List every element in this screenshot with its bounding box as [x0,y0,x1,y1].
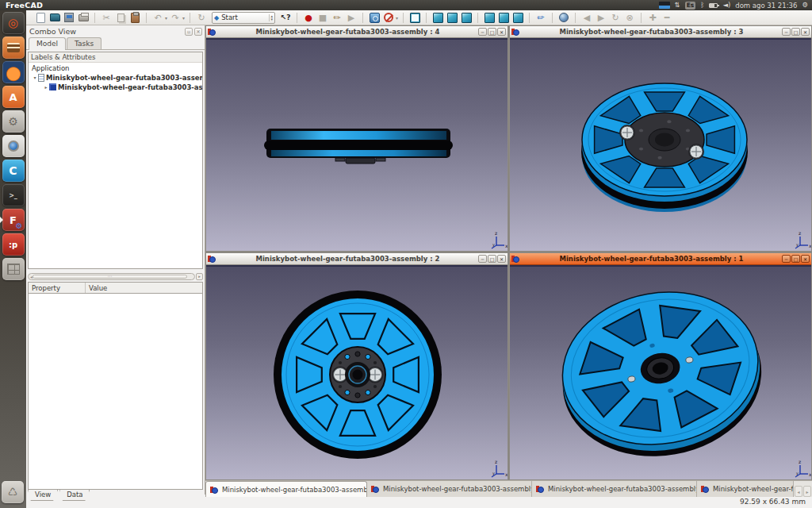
viewport-1-titlebar[interactable]: Miniskybot-wheel-gear-futaba3003-assembl… [510,253,811,265]
panel-float-button[interactable]: ▫ [185,28,193,36]
system-monitor-icon[interactable] [659,2,670,9]
launcher-trash[interactable]: ♺ [2,481,24,503]
tab-scroll-right-button[interactable]: ▸ [803,486,811,497]
viewport-1-active[interactable]: Miniskybot-wheel-gear-futaba3003-assembl… [509,252,812,480]
tree-item-label[interactable]: Miniskybot-wheel-gear-futaba3003-assembl… [58,83,202,91]
viewport-4-titlebar[interactable]: Miniskybot-wheel-gear-futaba3003-assembl… [206,26,508,38]
nav-forward-button[interactable]: ▶ [595,11,607,24]
volume-icon[interactable]: ◄) [722,2,730,9]
maximize-button[interactable]: □ [488,28,496,36]
left-view-button[interactable] [511,11,524,24]
print-button[interactable] [77,11,90,24]
close-button[interactable]: ✕ [801,28,810,36]
maximize-button[interactable]: □ [791,28,800,36]
session-gear-icon[interactable]: ⚙ [802,2,808,9]
macro-edit-button[interactable]: ✏ [331,11,343,24]
launcher-terminal[interactable]: >_ [2,184,25,206]
launcher-system-settings[interactable]: ⚙ [2,110,25,133]
tab-data[interactable]: Data [59,490,90,501]
redo-button[interactable]: ↷ [169,11,182,24]
3d-view-rear-isometric[interactable]: zxy [510,265,811,479]
launcher-media-app[interactable]: :p [2,233,25,256]
tree-horizontal-scrollbar[interactable]: ◂ ⋯ ▸ [28,272,203,280]
column-property[interactable]: Property [29,283,86,293]
cut-button[interactable]: ✂ [100,11,113,24]
document-tab-1[interactable]: Miniskybot-wheel-gear-futaba3003-assembl… [205,481,367,497]
tab-model[interactable]: Model [29,37,66,50]
launcher-dash-home[interactable]: ◎ [2,12,25,34]
tree-item-assembly[interactable]: ▾ Miniskybot-wheel-gear-futaba3003-assem… [29,73,202,82]
save-button[interactable] [63,11,75,24]
viewport-3-titlebar[interactable]: Miniskybot-wheel-gear-futaba3003-assembl… [510,26,811,38]
launcher-file-manager[interactable] [2,37,25,59]
3d-view-side[interactable]: zxy [206,38,508,251]
nav-stop-button[interactable]: ⊗ [623,11,636,24]
draw-style-button[interactable] [382,11,395,24]
tree-item-label[interactable]: Miniskybot-wheel-gear-futaba3003-assembl… [46,74,202,82]
viewport-2-titlebar[interactable]: Miniskybot-wheel-gear-futaba3003-assembl… [206,253,508,265]
whats-this-button[interactable]: ↖? [279,11,292,24]
nav-back-button[interactable]: ◀ [580,11,593,24]
launcher-firefox[interactable] [2,61,25,83]
minimize-button[interactable]: ─ [478,255,487,263]
launcher-c-app[interactable]: C [2,160,25,182]
macro-stop-button[interactable]: ■ [316,11,329,24]
maximize-button[interactable]: □ [488,255,496,263]
right-view-button[interactable] [460,11,473,24]
rear-view-button[interactable] [483,11,496,24]
front-view-button[interactable] [431,11,444,24]
column-value[interactable]: Value [86,283,202,293]
branch-expander-icon[interactable]: ▾ [32,75,38,80]
minimize-button[interactable]: ─ [782,255,791,263]
close-button[interactable]: ✕ [801,255,810,263]
undo-dropdown[interactable]: ▾ [165,15,167,21]
axonometric-view-button[interactable] [408,11,421,24]
close-button[interactable]: ✕ [497,255,506,263]
redo-dropdown[interactable]: ▾ [182,15,185,21]
viewport-2[interactable]: Miniskybot-wheel-gear-futaba3003-assembl… [205,252,508,480]
bluetooth-icon[interactable]: ᛒ [700,2,704,9]
tab-view[interactable]: View [28,490,58,501]
minimize-button[interactable]: ─ [478,28,487,36]
refresh-button[interactable]: ↻ [195,11,208,24]
workbench-spinner[interactable]: ▴▾ [269,14,274,21]
document-tab-4[interactable]: Miniskybot-wheel-gear-futaba300 [697,481,794,497]
3d-view-front[interactable]: zxy [206,265,508,479]
tree-root-application[interactable]: Application [29,64,202,72]
clock[interactable]: dom ago 31 21:36 [735,2,797,10]
macro-play-button[interactable]: ▶ [345,11,358,24]
draw-style-dropdown[interactable]: ▾ [396,15,398,21]
bottom-view-button[interactable] [497,11,510,24]
workbench-selector[interactable]: ◆ Start ▴▾ [212,12,275,24]
launcher-workspace-switcher[interactable] [2,258,25,280]
measure-distance-button[interactable]: ✏ [534,10,548,25]
new-document-button[interactable] [34,11,47,24]
macro-record-button[interactable]: ● [302,11,315,24]
panel-close-button[interactable]: ✕ [194,28,202,36]
scrollbar-thumb[interactable]: ⋯ [33,275,187,279]
zoom-in-button[interactable]: ✚ [646,11,659,24]
copy-button[interactable] [114,11,127,24]
launcher-freecad[interactable]: F ⚙ [2,209,25,231]
maximize-button[interactable]: □ [791,255,800,263]
close-button[interactable]: ✕ [497,28,506,36]
branch-collapsed-icon[interactable]: ▸ [43,84,49,90]
scroll-right-button[interactable]: ▸ [196,273,203,280]
tree-item-assembly-final[interactable]: ▸ Miniskybot-wheel-gear-futaba3003-assem… [29,83,202,91]
undo-button[interactable]: ↶ [151,11,164,24]
network-updown-icon[interactable]: ⇅ [675,2,680,9]
battery-icon[interactable] [709,3,718,8]
fit-all-button[interactable] [368,11,381,24]
viewport-4[interactable]: Miniskybot-wheel-gear-futaba3003-assembl… [205,25,508,252]
tab-tasks[interactable]: Tasks [67,37,102,49]
scrollbar-track[interactable]: ◂ ⋯ [28,273,195,280]
nav-refresh-button[interactable]: ↻ [609,11,622,24]
viewport-3[interactable]: Miniskybot-wheel-gear-futaba3003-assembl… [509,25,812,252]
document-tab-3[interactable]: Miniskybot-wheel-gear-futaba3003-assembl… [532,481,697,497]
open-button[interactable] [48,11,61,24]
open-website-button[interactable] [557,11,570,24]
launcher-chromium[interactable] [2,135,25,157]
keyboard-layout-indicator[interactable]: Es [685,2,696,10]
document-tab-2[interactable]: Miniskybot-wheel-gear-futaba3003-assembl… [367,481,532,497]
zoom-out-button[interactable]: ━ [661,11,673,24]
